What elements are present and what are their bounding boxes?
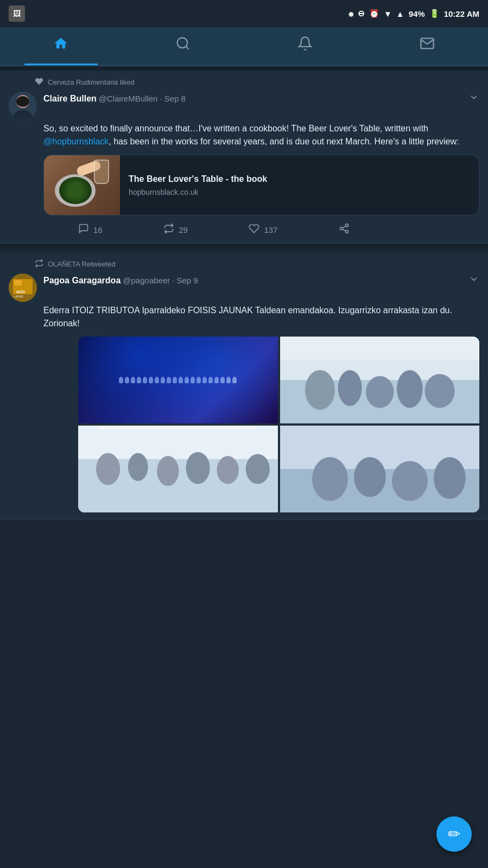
battery-percent: 94% [409,9,425,18]
svg-point-21 [366,376,394,408]
svg-text:LAGER: LAGER [14,295,23,298]
grid-cell-4 [280,426,480,512]
svg-point-23 [424,374,454,408]
nav-notifications[interactable] [244,27,366,65]
tweet-divider [0,244,488,248]
svg-point-40 [433,457,465,499]
svg-point-32 [246,454,270,484]
search-icon [175,36,191,55]
grid-cell-3 [78,426,278,512]
chevron-down-icon-2[interactable] [468,274,479,287]
tweet-1-actions: 16 29 137 [78,223,350,237]
reply-icon-1 [78,223,89,237]
tweet-2-meta: Pagoa Garagardoa @pagoabeer · Sep 9 [43,274,479,287]
tweet-1: Cerveza Rudimentaria liked Claire Bullen… [0,71,488,244]
grid-cell-1 [78,337,278,423]
heart-activity-icon [35,77,43,87]
concert-image-3 [78,426,278,512]
link-card-content-1: The Beer Lover's Table - the book hopbur… [120,155,276,215]
svg-point-38 [353,457,385,497]
link-card-image-1 [44,155,120,215]
svg-point-0 [178,37,188,48]
svg-point-37 [312,457,347,501]
home-icon [53,36,68,55]
minus-circle-icon: ⊖ [358,9,365,18]
username-claire: @ClaireMBullen [99,94,158,103]
image-grid-2[interactable] [78,337,479,512]
display-name-pagoa: Pagoa Garagardoa [43,276,121,286]
retweet-action-1[interactable]: 29 [163,223,188,237]
battery-icon: 🔋 [429,9,440,18]
tweet-1-meta: Claire Bullen @ClaireMBullen · Sep 8 [43,92,479,105]
dot-separator-2: · [172,276,174,285]
svg-point-9 [346,230,348,233]
tweet-2-body: Ederra ITOIZ TRIBUTOA Iparraldeko FOISIS… [43,304,479,512]
concert-image-2 [280,337,480,423]
concert-image-4 [280,426,480,512]
mail-icon [420,36,435,55]
svg-rect-14 [14,280,22,286]
photo-icon: 🖼 [9,5,25,22]
tweet-text-2: Ederra ITOIZ TRIBUTOA Iparraldeko FOISIS… [43,304,479,330]
activity-text-1: Cerveza Rudimentaria liked [48,78,135,86]
like-action-1[interactable]: 137 [249,223,277,237]
mention-hopburnsblack[interactable]: @hopburnsblack [43,137,109,146]
nav-search[interactable] [122,27,244,65]
svg-point-30 [186,452,210,484]
tweet-1-user-info: Claire Bullen @ClaireMBullen · Sep 8 [43,94,186,104]
link-card-url-1: hopburnsblack.co.uk [129,188,267,197]
section-divider [0,66,488,71]
username-pagoa: @pagoabeer [123,276,170,285]
svg-point-22 [396,370,422,408]
tweet-2-header: AGO LAGER Pagoa Garagardoa @pagoabeer · … [9,274,479,302]
reply-count-1: 16 [93,225,103,235]
nav-home[interactable] [0,27,122,65]
chevron-down-icon-1[interactable] [468,92,479,105]
svg-point-19 [305,370,334,410]
avatar-placeholder [9,92,37,120]
bell-icon [297,36,313,55]
status-bar-right: ⎈ ⊖ ⏰ ▼ ▲ 94% 🔋 10:22 AM [348,9,479,18]
food-scene [44,155,120,215]
tweet-1-body: So, so excited to finally announce that…… [43,122,479,237]
like-count-1: 137 [264,225,277,235]
grid-cell-2 [280,337,480,423]
retweet-icon-1 [163,223,174,237]
svg-point-20 [338,370,362,406]
avatar-claire[interactable] [9,92,37,120]
tweet-1-header: Claire Bullen @ClaireMBullen · Sep 8 [9,92,479,120]
avatar-pagoa[interactable]: AGO LAGER [9,274,37,302]
like-icon-1 [249,223,259,237]
share-action-1[interactable] [339,223,350,237]
svg-line-11 [343,226,346,227]
tweet-2: OLAÑETA Retweeted AGO LAGER Pagoa Garaga… [0,252,488,519]
tweet-2-user-info: Pagoa Garagardoa @pagoabeer · Sep 9 [43,276,198,286]
tweet-text-1: So, so excited to finally announce that…… [43,122,479,148]
svg-point-29 [157,456,179,486]
bluetooth-icon: ⎈ [348,9,353,18]
tweet-date-1: Sep 8 [164,94,186,103]
svg-point-8 [340,227,343,230]
tweet-date-2: Sep 9 [176,276,198,285]
display-name-claire: Claire Bullen [43,94,97,104]
nav-bar [0,27,488,66]
svg-text:AGO: AGO [16,290,26,294]
link-card-1[interactable]: The Beer Lover's Table - the book hopbur… [43,155,479,216]
link-card-title-1: The Beer Lover's Table - the book [129,174,267,185]
alarm-icon: ⏰ [369,9,379,18]
activity-indicator-2: OLAÑETA Retweeted [35,259,479,269]
svg-point-39 [391,461,427,501]
clock: 10:22 AM [444,9,479,18]
svg-point-7 [346,224,348,227]
signal-icon: ▲ [396,9,404,18]
svg-point-28 [128,453,148,481]
reply-action-1[interactable]: 16 [78,223,103,237]
status-bar-left: 🖼 [9,5,25,22]
svg-point-27 [96,453,120,485]
svg-line-10 [343,229,346,231]
nav-messages[interactable] [366,27,488,65]
wifi-icon: ▼ [384,9,392,18]
status-bar: 🖼 ⎈ ⊖ ⏰ ▼ ▲ 94% 🔋 10:22 AM [0,0,488,27]
activity-indicator-1: Cerveza Rudimentaria liked [35,77,479,87]
activity-text-2: OLAÑETA Retweeted [48,260,116,268]
